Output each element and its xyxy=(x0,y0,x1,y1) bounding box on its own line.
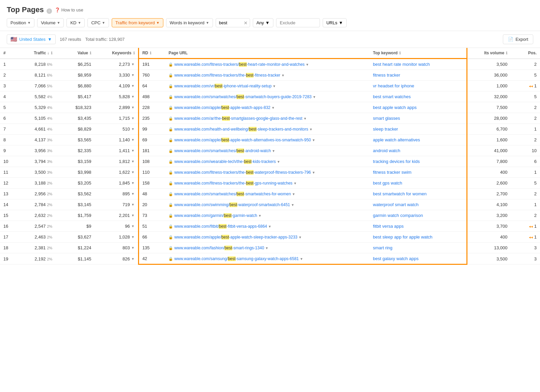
url-dropdown-icon[interactable]: ▼ xyxy=(313,95,316,99)
top-keyword-link[interactable]: sleep tracker xyxy=(373,127,398,132)
url-dropdown-icon[interactable]: ▼ xyxy=(298,235,302,239)
url-dropdown-icon[interactable]: ▼ xyxy=(292,192,295,196)
col-value[interactable]: Value ℹ xyxy=(56,48,94,59)
page-url-link[interactable]: www.wareable.com/apple/best-apple-watch-… xyxy=(174,138,311,142)
top-keyword-link[interactable]: best apple watch apps xyxy=(373,105,416,110)
url-dropdown-icon[interactable]: ▼ xyxy=(312,171,315,174)
url-dropdown-icon[interactable]: ▼ xyxy=(303,117,307,120)
keywords-expand-icon[interactable]: ▼ xyxy=(131,127,135,131)
words-keyword-filter[interactable]: Words in keyword ▼ xyxy=(166,18,213,27)
url-dropdown-icon[interactable]: ▼ xyxy=(309,128,313,131)
position-filter[interactable]: Position ▼ xyxy=(7,18,34,27)
col-its-volume[interactable]: Its volume ℹ xyxy=(467,48,511,59)
any-filter[interactable]: Any ▼ xyxy=(253,18,273,27)
url-dropdown-icon[interactable]: ▼ xyxy=(291,203,294,207)
url-dropdown-icon[interactable]: ▼ xyxy=(273,84,276,88)
page-url-link[interactable]: www.wareable.com/smartwatches/best-smart… xyxy=(174,94,312,99)
exclude-input[interactable] xyxy=(276,18,320,27)
top-keyword-link[interactable]: apple watch alternatives xyxy=(373,137,420,142)
volume-filter[interactable]: Volume ▼ xyxy=(37,18,64,27)
url-dropdown-icon[interactable]: ▼ xyxy=(281,74,285,77)
country-selector[interactable]: 🇺🇸 United States ▼ xyxy=(7,34,56,44)
url-dropdown-icon[interactable]: ▼ xyxy=(277,160,280,164)
keywords-expand-icon[interactable]: ▼ xyxy=(131,84,135,88)
urls-filter[interactable]: URLs ▼ xyxy=(323,18,347,27)
top-keyword-link[interactable]: best sleep app for apple watch xyxy=(373,234,432,240)
top-keyword-link[interactable]: fitness tracker swim xyxy=(373,170,411,175)
page-url-link[interactable]: www.wareable.com/smartwatches/best-andro… xyxy=(174,148,271,153)
info-icon[interactable]: i xyxy=(47,8,52,14)
url-dropdown-icon[interactable]: ▼ xyxy=(294,181,297,185)
page-url-link[interactable]: www.wareable.com/samsung/best-samsung-ga… xyxy=(174,256,299,261)
page-url-link[interactable]: www.wareable.com/fitbit/best-fitbit-vers… xyxy=(174,224,267,229)
top-keyword-link[interactable]: smart glasses xyxy=(373,116,400,121)
keywords-expand-icon[interactable]: ▼ xyxy=(131,235,135,239)
top-keyword-link[interactable]: best smart watches xyxy=(373,94,411,99)
value-cell: $18,323 xyxy=(56,102,94,113)
export-button[interactable]: 📄 Export xyxy=(503,34,533,44)
keywords-expand-icon[interactable]: ▼ xyxy=(131,73,135,77)
top-keyword-link[interactable]: fitbit versa apps xyxy=(373,224,404,229)
page-url-link[interactable]: www.wareable.com/garmin/best-garmin-watc… xyxy=(174,213,257,218)
top-keyword-link[interactable]: best gps watch xyxy=(373,180,402,186)
page-url-link[interactable]: www.wareable.com/fitness-trackers/the-be… xyxy=(174,170,311,175)
col-keywords[interactable]: Keywords ℹ xyxy=(94,48,138,59)
url-dropdown-icon[interactable]: ▼ xyxy=(306,63,309,66)
col-traffic[interactable]: Traffic ↓ ℹ xyxy=(17,48,56,59)
top-keyword-link[interactable]: waterproof smart watch xyxy=(373,202,418,207)
col-rd[interactable]: RD ℹ xyxy=(138,48,165,59)
keywords-expand-icon[interactable]: ▼ xyxy=(131,62,135,66)
page-url-link[interactable]: www.wareable.com/swimming/best-waterproo… xyxy=(174,202,290,207)
url-dropdown-icon[interactable]: ▼ xyxy=(300,257,303,261)
url-dropdown-icon[interactable]: ▼ xyxy=(258,214,262,218)
keywords-expand-icon[interactable]: ▼ xyxy=(131,246,135,250)
page-url-link[interactable]: www.wareable.com/apple/best-apple-watch-… xyxy=(174,235,297,240)
keywords-expand-icon[interactable]: ▼ xyxy=(131,181,135,185)
top-keyword-link[interactable]: smart ring xyxy=(373,245,393,250)
url-dropdown-icon[interactable]: ▼ xyxy=(312,138,315,142)
page-url-link[interactable]: www.wareable.com/apple/best-apple-watch-… xyxy=(174,105,270,110)
top-keyword-link[interactable]: android watch xyxy=(373,148,400,153)
top-keyword-link[interactable]: garmin watch comparison xyxy=(373,213,423,218)
top-keyword-link[interactable]: tracking devices for kids xyxy=(373,159,420,164)
page-url-link[interactable]: www.wareable.com/fitness-trackers/the-be… xyxy=(174,73,280,78)
url-dropdown-icon[interactable]: ▼ xyxy=(272,149,275,153)
pos-cell: 2 xyxy=(511,189,540,199)
page-url-link[interactable]: www.wareable.com/vr/best-iphone-virtual-… xyxy=(174,84,271,88)
keywords-expand-icon[interactable]: ▼ xyxy=(131,149,135,152)
keywords-expand-icon[interactable]: ▼ xyxy=(131,106,135,109)
traffic-keyword-filter[interactable]: Traffic from keyword ▼ xyxy=(112,18,163,27)
keywords-expand-icon[interactable]: ▼ xyxy=(131,203,135,206)
url-dropdown-icon[interactable]: ▼ xyxy=(268,225,271,228)
page-url-link[interactable]: www.wareable.com/health-and-wellbeing/be… xyxy=(174,127,308,132)
search-input[interactable] xyxy=(218,19,245,26)
top-keyword-link[interactable]: best heart rate monitor watch xyxy=(373,62,430,67)
page-url-link[interactable]: www.wareable.com/wearable-tech/the-best-… xyxy=(174,159,276,164)
url-dropdown-icon[interactable]: ▼ xyxy=(265,246,269,250)
col-top-keyword[interactable]: Top keyword ℹ xyxy=(370,48,467,59)
url-dropdown-icon[interactable]: ▼ xyxy=(271,106,275,110)
page-url-link[interactable]: www.wareable.com/fitness-trackers/best-h… xyxy=(174,62,304,67)
top-keyword-link[interactable]: best galaxy watch apps xyxy=(373,256,418,261)
top-keyword-link[interactable]: best smartwatch for women xyxy=(373,191,427,196)
clear-search-icon[interactable]: ✕ xyxy=(244,20,248,26)
keywords-expand-icon[interactable]: ▼ xyxy=(131,224,135,228)
col-pos[interactable]: Pos. xyxy=(511,48,540,59)
keywords-expand-icon[interactable]: ▼ xyxy=(131,116,135,120)
page-url-link[interactable]: www.wareable.com/fitness-trackers/the-be… xyxy=(174,181,292,186)
kd-filter[interactable]: KD ▼ xyxy=(66,18,85,27)
keywords-expand-icon[interactable]: ▼ xyxy=(131,214,135,217)
keywords-expand-icon[interactable]: ▼ xyxy=(131,95,135,99)
keywords-expand-icon[interactable]: ▼ xyxy=(131,257,135,261)
top-keyword-link[interactable]: fitness tracker xyxy=(373,73,400,78)
page-url-link[interactable]: www.wareable.com/ar/the-best-smartglasse… xyxy=(174,116,302,121)
top-keyword-link[interactable]: vr headset for iphone xyxy=(373,83,414,88)
keywords-expand-icon[interactable]: ▼ xyxy=(131,160,135,163)
cpc-filter[interactable]: CPC ▼ xyxy=(87,18,109,27)
keywords-expand-icon[interactable]: ▼ xyxy=(131,170,135,174)
keywords-expand-icon[interactable]: ▼ xyxy=(131,138,135,142)
page-url-link[interactable]: www.wareable.com/smartwatches/best-smart… xyxy=(174,192,291,196)
page-url-link[interactable]: www.wareable.com/fashion/best-smart-ring… xyxy=(174,246,264,250)
how-to-use-link[interactable]: ❓ How to use xyxy=(55,7,83,12)
keywords-expand-icon[interactable]: ▼ xyxy=(131,192,135,196)
